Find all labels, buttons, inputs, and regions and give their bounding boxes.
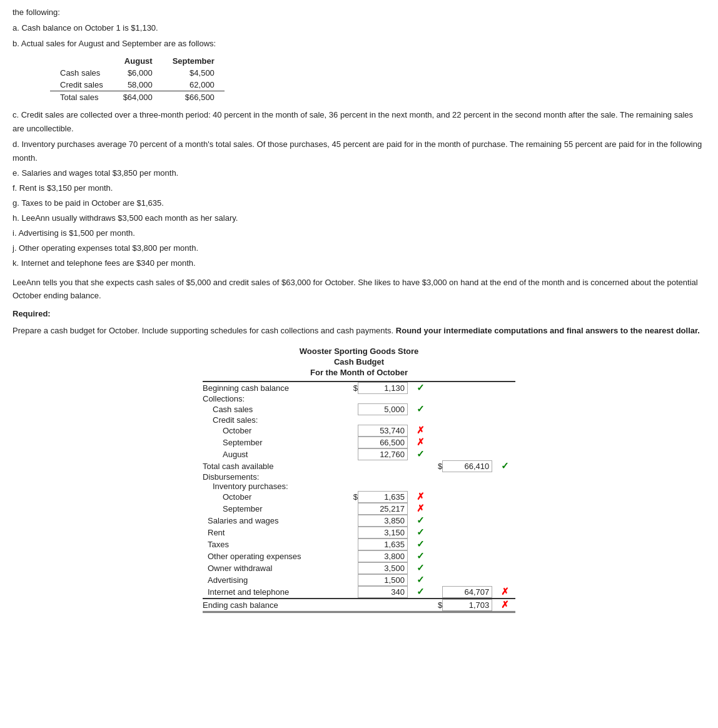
rent-row: Rent 3,150 ✓	[203, 527, 515, 538]
cash-sales-sep: $4,500	[163, 67, 225, 79]
note-e: e. Salaries and wages total $3,850 per m…	[13, 166, 705, 180]
total-sales-sep: $66,500	[163, 91, 225, 104]
october-credit-row: October 53,740 ✗	[203, 425, 515, 437]
internet-check-icon: ✓	[417, 586, 431, 599]
inv-october-label: October	[203, 491, 346, 503]
credit-sales-budget-label: Credit sales:	[203, 415, 346, 425]
september-header: September	[163, 55, 225, 67]
other-operating-row: Other operating expenses 3,800 ✓	[203, 550, 515, 562]
inv-september-row: September 25,217 ✗	[203, 503, 515, 515]
note-d: d. Inventory purchases average 70 percen…	[13, 138, 705, 165]
total-cash-dollar: $	[431, 460, 443, 472]
credit-sales-header-row: Credit sales:	[203, 415, 515, 425]
owner-withdrawal-check-icon: ✓	[417, 562, 431, 574]
rent-check-icon: ✓	[417, 527, 431, 538]
ending-cash-input[interactable]: 1,703	[442, 599, 501, 612]
beginning-cash-input[interactable]: 1,130	[358, 382, 417, 394]
internet-label: Internet and telephone	[203, 586, 346, 599]
inv-september-x-icon: ✗	[417, 503, 431, 515]
credit-sales-aug: 58,000	[113, 79, 163, 91]
cash-sales-budget-row: Cash sales 5,000 ✓	[203, 403, 515, 415]
taxes-row: Taxes 1,635 ✓	[203, 538, 515, 550]
intro-section: the following: a. Cash balance on Octobe…	[13, 6, 705, 50]
total-cash-check-icon: ✓	[501, 460, 515, 472]
september-credit-row: September 66,500 ✗	[203, 437, 515, 448]
budget-title-section: Wooster Sporting Goods Store Cash Budget…	[13, 346, 705, 377]
leeann-text: LeeAnn tells you that she expects cash s…	[13, 276, 705, 303]
october-credit-input[interactable]: 53,740	[358, 425, 417, 437]
other-operating-check-icon: ✓	[417, 550, 431, 562]
august-credit-label: August	[203, 448, 346, 460]
following-label: the following:	[13, 6, 705, 19]
september-credit-input[interactable]: 66,500	[358, 437, 417, 448]
owner-withdrawal-row: Owner withdrawal 3,500 ✓	[203, 562, 515, 574]
inv-october-x-icon: ✗	[417, 491, 431, 503]
salaries-check-icon: ✓	[417, 515, 431, 527]
ending-cash-dollar: $	[431, 599, 443, 612]
cash-sales-budget-input[interactable]: 5,000	[358, 403, 417, 415]
disbursements-header-row: Disbursements:	[203, 472, 515, 482]
inv-september-label: September	[203, 503, 346, 515]
budget-title2: Cash Budget	[13, 357, 705, 367]
internet-total-x-icon: ✗	[501, 586, 515, 599]
note-h: h. LeeAnn usually withdraws $3,500 each …	[13, 211, 705, 225]
required-section: Required:	[13, 309, 705, 318]
internet-row: Internet and telephone 340 ✓ 64,707 ✗	[203, 586, 515, 599]
other-operating-input[interactable]: 3,800	[358, 550, 417, 562]
beginning-dollar: $	[346, 382, 358, 394]
cash-sales-budget-label: Cash sales	[203, 403, 346, 415]
credit-sales-label: Credit sales	[50, 79, 113, 91]
notes-section: c. Credit sales are collected over a thr…	[13, 108, 705, 270]
cash-sales-row: Cash sales $6,000 $4,500	[50, 67, 225, 79]
salaries-label: Salaries and wages	[203, 515, 346, 527]
total-sales-aug: $64,000	[113, 91, 163, 104]
salaries-row: Salaries and wages 3,850 ✓	[203, 515, 515, 527]
sales-table: August September Cash sales $6,000 $4,50…	[50, 55, 225, 103]
prepare-text: Prepare a cash budget for October. Inclu…	[13, 325, 705, 338]
total-sales-label: Total sales	[50, 91, 113, 104]
collections-header-row: Collections:	[203, 394, 515, 403]
sales-label-header	[50, 55, 113, 67]
inv-september-input[interactable]: 25,217	[358, 503, 417, 515]
taxes-label: Taxes	[203, 538, 346, 550]
september-credit-label: September	[203, 437, 346, 448]
taxes-check-icon: ✓	[417, 538, 431, 550]
august-header: August	[113, 55, 163, 67]
rent-input[interactable]: 3,150	[358, 527, 417, 538]
line-b: b. Actual sales for August and September…	[13, 38, 705, 51]
credit-sales-sep: 62,000	[163, 79, 225, 91]
required-label: Required:	[13, 309, 705, 318]
beginning-check-icon: ✓	[417, 382, 431, 394]
total-cash-available-input[interactable]: 66,410	[442, 460, 501, 472]
october-credit-label: October	[203, 425, 346, 437]
owner-withdrawal-label: Owner withdrawal	[203, 562, 346, 574]
advertising-check-icon: ✓	[417, 574, 431, 586]
note-k: k. Internet and telephone fees are $340 …	[13, 256, 705, 270]
advertising-label: Advertising	[203, 574, 346, 586]
budget-table: Beginning cash balance $ 1,130 ✓ Collect…	[203, 381, 515, 613]
internet-input[interactable]: 340	[358, 586, 417, 599]
collections-label: Collections:	[203, 394, 346, 403]
note-f: f. Rent is $3,150 per month.	[13, 181, 705, 195]
budget-title1: Wooster Sporting Goods Store	[13, 346, 705, 356]
total-cash-available-label: Total cash available	[203, 460, 346, 472]
advertising-input[interactable]: 1,500	[358, 574, 417, 586]
taxes-input[interactable]: 1,635	[358, 538, 417, 550]
note-c: c. Credit sales are collected over a thr…	[13, 108, 705, 136]
note-g: g. Taxes to be paid in October are $1,63…	[13, 196, 705, 210]
inv-october-input[interactable]: 1,635	[358, 491, 417, 503]
august-credit-row: August 12,760 ✓	[203, 448, 515, 460]
cash-sales-aug: $6,000	[113, 67, 163, 79]
october-x-icon: ✗	[417, 425, 431, 437]
cash-sales-label: Cash sales	[50, 67, 113, 79]
other-operating-label: Other operating expenses	[203, 550, 346, 562]
salaries-input[interactable]: 3,850	[358, 515, 417, 527]
inventory-header-row: Inventory purchases:	[203, 482, 515, 491]
august-credit-input[interactable]: 12,760	[358, 448, 417, 460]
inv-october-row: October $ 1,635 ✗	[203, 491, 515, 503]
august-check-icon: ✓	[417, 448, 431, 460]
line-a: a. Cash balance on October 1 is $1,130.	[13, 22, 705, 35]
owner-withdrawal-input[interactable]: 3,500	[358, 562, 417, 574]
internet-total-input[interactable]: 64,707	[442, 586, 501, 599]
total-sales-row: Total sales $64,000 $66,500	[50, 91, 225, 104]
